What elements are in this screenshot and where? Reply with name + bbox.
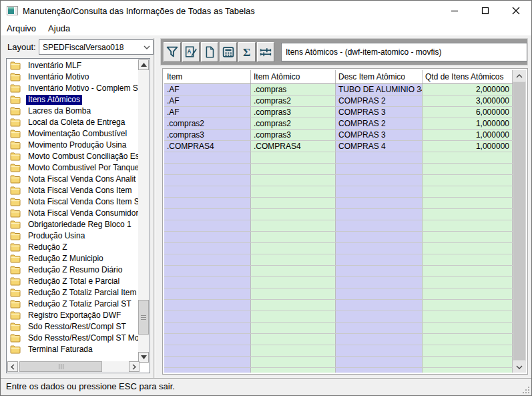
empty-cell[interactable]	[251, 277, 336, 288]
empty-cell[interactable]	[423, 323, 513, 333]
table-cell[interactable]: .compras3	[164, 130, 251, 140]
empty-cell[interactable]	[423, 266, 513, 276]
empty-cell[interactable]	[164, 266, 251, 276]
empty-cell[interactable]	[251, 345, 336, 356]
empty-cell[interactable]	[336, 232, 423, 242]
table-cell[interactable]: 1,000000	[423, 141, 513, 152]
column-header[interactable]: Desc Item Atômico	[336, 70, 423, 83]
empty-cell[interactable]	[336, 345, 423, 356]
tree-item[interactable]: Redução Z Resumo Diário	[7, 264, 138, 276]
empty-cell[interactable]	[336, 209, 423, 220]
tree-horizontal-scrollbar[interactable]	[7, 361, 140, 372]
empty-cell[interactable]	[423, 164, 513, 174]
empty-cell[interactable]	[251, 209, 336, 220]
empty-cell[interactable]	[164, 175, 251, 186]
tree-item[interactable]: Redução Z	[7, 242, 138, 253]
adjust-button[interactable]	[257, 42, 274, 62]
empty-cell[interactable]	[251, 243, 336, 254]
empty-cell[interactable]	[336, 220, 423, 231]
table-cell[interactable]: .COMPRAS4	[251, 141, 336, 152]
empty-cell[interactable]	[423, 186, 513, 197]
table-cell[interactable]: COMPRAS 2	[336, 95, 423, 106]
scroll-right-button[interactable]	[129, 361, 140, 372]
tree-item[interactable]: Redução Z Totaliz Parcial Item	[7, 287, 138, 299]
tree-item[interactable]: Movimentação Combustível	[7, 128, 138, 140]
layout-combobox[interactable]: SPEDFiscalVersao018	[39, 39, 154, 55]
empty-cell[interactable]	[423, 311, 513, 322]
empty-cell[interactable]	[164, 300, 251, 311]
table-cell[interactable]: 6,000000	[423, 107, 513, 118]
tree-item[interactable]: Redução Z Municipio	[7, 253, 138, 264]
empty-cell[interactable]	[336, 311, 423, 322]
grid-scroll-thumb[interactable]	[513, 82, 525, 360]
empty-cell[interactable]	[336, 323, 423, 333]
tree-item[interactable]: Redução Z Total e Parcial	[7, 276, 138, 287]
empty-cell[interactable]	[336, 164, 423, 174]
column-header[interactable]: Item Atômico	[251, 70, 336, 83]
minimize-button[interactable]	[439, 1, 470, 21]
tree-item[interactable]: Inventário MLF	[7, 60, 138, 71]
tree-item[interactable]: Obrigatoriedade Reg Bloco 1	[7, 219, 138, 230]
table-cell[interactable]: COMPRAS 2	[336, 118, 423, 129]
tree-item[interactable]: Terminal Faturada	[7, 344, 138, 355]
empty-cell[interactable]	[251, 368, 336, 373]
empty-cell[interactable]	[251, 175, 336, 186]
empty-cell[interactable]	[336, 300, 423, 311]
empty-cell[interactable]	[423, 152, 513, 163]
table-cell[interactable]: .AF	[164, 95, 251, 106]
grid-vertical-scrollbar[interactable]	[513, 70, 526, 373]
empty-cell[interactable]	[164, 345, 251, 356]
edit-record-button[interactable]: A	[182, 42, 200, 62]
filter-button[interactable]	[164, 42, 181, 62]
empty-cell[interactable]	[251, 164, 336, 174]
tree-item[interactable]: Nota Fiscal Venda Consumidor	[7, 208, 138, 219]
empty-cell[interactable]	[164, 232, 251, 242]
table-cell[interactable]: .compras3	[251, 130, 336, 140]
tree-item[interactable]: Produção Usina	[7, 230, 138, 242]
table-cell[interactable]: TUBO DE ALUMINIO 34 X 9	[336, 84, 423, 95]
resize-grip[interactable]	[523, 387, 529, 393]
column-header[interactable]: Item	[164, 70, 251, 83]
empty-cell[interactable]	[164, 198, 251, 208]
table-cell[interactable]: .AF	[164, 107, 251, 118]
empty-cell[interactable]	[423, 334, 513, 345]
empty-cell[interactable]	[336, 198, 423, 208]
empty-cell[interactable]	[164, 288, 251, 299]
new-document-button[interactable]	[201, 42, 218, 62]
sum-button[interactable]: Σ	[238, 42, 256, 62]
empty-cell[interactable]	[251, 311, 336, 322]
empty-cell[interactable]	[251, 300, 336, 311]
maximize-button[interactable]	[470, 1, 501, 21]
tree-item[interactable]: Sdo Ressto/Rest/Compl ST Motiv	[7, 333, 138, 344]
tree-item[interactable]: Sdo Ressto/Rest/Compl ST	[7, 321, 138, 333]
empty-cell[interactable]	[423, 175, 513, 186]
table-cell[interactable]: 2,000000	[423, 84, 513, 95]
tree-item[interactable]: Registro Exportação DWF	[7, 310, 138, 321]
empty-cell[interactable]	[251, 198, 336, 208]
empty-cell[interactable]	[251, 357, 336, 367]
tree-item[interactable]: Inventário Motivo - Complem ST	[7, 83, 138, 94]
empty-cell[interactable]	[336, 266, 423, 276]
menu-item-arquivo[interactable]: Arquivo	[1, 22, 42, 35]
column-header[interactable]: Qtd de Itens Atômicos	[423, 70, 513, 83]
grid-scroll-up-button[interactable]	[513, 70, 526, 81]
empty-cell[interactable]	[164, 186, 251, 197]
menu-item-ajuda[interactable]: Ajuda	[42, 22, 76, 35]
empty-cell[interactable]	[423, 243, 513, 254]
empty-cell[interactable]	[251, 288, 336, 299]
empty-cell[interactable]	[251, 152, 336, 163]
tree-item[interactable]: Movto Combustivel Por Tanque	[7, 162, 138, 174]
empty-cell[interactable]	[423, 300, 513, 311]
table-cell[interactable]: .compras2	[251, 95, 336, 106]
tree-item[interactable]: Nota Fiscal Venda Cons Analit	[7, 174, 138, 185]
scroll-left-button[interactable]	[7, 361, 18, 372]
tree-item[interactable]: Nota Fiscal Venda Cons Item	[7, 185, 138, 196]
tree-item[interactable]: Inventário Motivo	[7, 71, 138, 83]
panel-splitter[interactable]	[154, 38, 156, 378]
empty-cell[interactable]	[423, 277, 513, 288]
scroll-down-button[interactable]	[138, 352, 149, 363]
tree-item[interactable]: Movto Combust Conciliação Est	[7, 151, 138, 162]
empty-cell[interactable]	[336, 368, 423, 373]
empty-cell[interactable]	[164, 220, 251, 231]
horizontal-scroll-thumb[interactable]	[19, 361, 102, 372]
